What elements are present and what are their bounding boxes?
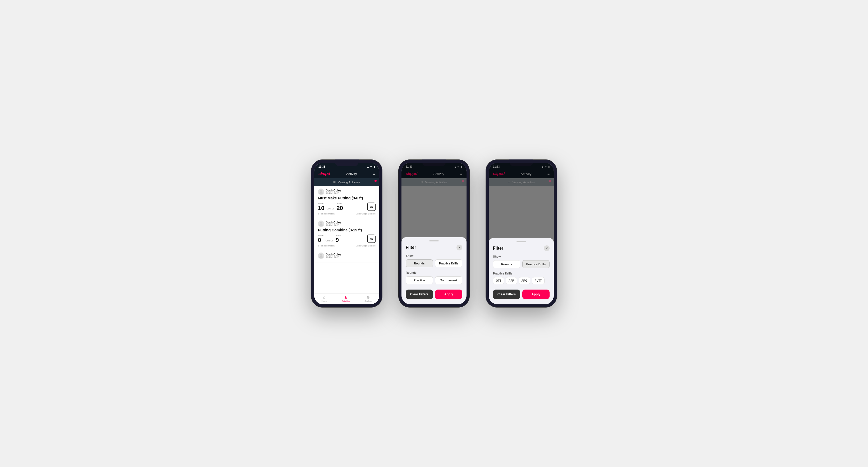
score-col-2: Score 0 (318, 234, 323, 243)
signal-icon-1: ▲ (367, 165, 369, 168)
quality-value-2: 45 (370, 237, 373, 240)
putt-btn-3[interactable]: PUTT (532, 277, 545, 284)
score-value-1: 10 (318, 205, 324, 211)
stats-row-1: Score 10 OUT OF Shots 20 75 (318, 202, 376, 211)
avatar-2 (318, 221, 324, 227)
activity-card-2[interactable]: Josh Coles 28 Feb 2023 ··· Putting Combi… (314, 218, 379, 250)
app-header-1: clippd Activity ≡ (314, 169, 379, 178)
clear-filters-btn-3[interactable]: Clear Filters (493, 289, 520, 299)
card-footer-1: ℹ Test Information Data: Clippd Capture (318, 213, 376, 215)
svg-point-1 (320, 222, 322, 224)
info-icon-1: ℹ (318, 213, 319, 215)
viewing-bar-icon-1: ⊞ (333, 180, 336, 184)
data-source-1: Data: Clippd Capture (356, 213, 376, 215)
phone-1: 11:33 ▲ ᯤ ▮ clippd Activity ≡ ⊞ Viewing … (311, 159, 382, 308)
activities-icon-1: ♟ (344, 295, 347, 299)
nav-activities-1[interactable]: ♟ Activities (342, 295, 350, 302)
filter-overlay-2: Filter ✕ Show Rounds Practice Drills Rou… (401, 163, 467, 304)
rounds-btn-group-2: Practice Tournament (406, 276, 462, 284)
phone-2: 11:33 ▲ ᯤ ▮ clippd Activity ≡ ⊞ Viewing … (398, 159, 470, 308)
info-text-1: ℹ Test Information (318, 213, 335, 215)
score-label-1: Score (318, 202, 324, 205)
shots-value-2: 9 (336, 237, 339, 243)
rounds-section-label-2: Rounds (406, 271, 462, 274)
menu-icon-1[interactable]: ≡ (373, 172, 375, 176)
activity-card-3[interactable]: Josh Coles 28 Feb 2023 ··· (314, 250, 379, 263)
filter-title-2: Filter (406, 245, 416, 250)
card-header-3: Josh Coles 28 Feb 2023 ··· (318, 253, 376, 259)
user-name-1: Josh Coles (326, 189, 341, 192)
card-header-1: Josh Coles 28 Feb 2023 ··· (318, 189, 376, 195)
viewing-bar-text-1: Viewing Activities (338, 181, 360, 184)
activities-label-1: Activities (342, 300, 350, 302)
filter-actions-3: Clear Filters Apply (493, 289, 550, 299)
drills-section-label-3: Practice Drills (493, 272, 550, 275)
shots-label-2: Shots (336, 234, 341, 237)
show-btn-group-2: Rounds Practice Drills (406, 259, 462, 267)
filter-sheet-3: Filter ✕ Show Rounds Practice Drills Pra… (489, 238, 554, 304)
close-filter-3[interactable]: ✕ (544, 245, 550, 251)
nav-home-1[interactable]: ⌂ Home (321, 295, 327, 302)
scene: 11:33 ▲ ᯤ ▮ clippd Activity ≡ ⊞ Viewing … (295, 144, 573, 323)
score-col-1: Score 10 (318, 202, 324, 211)
filter-actions-2: Clear Filters Apply (406, 289, 462, 299)
stats-row-2: Score 0 OUT OF Shots 9 45 (318, 234, 376, 243)
drill-btn-group-3: OTT APP ARG PUTT (493, 277, 550, 284)
capture-label-1: Capture (365, 300, 372, 302)
score-value-2: 0 (318, 237, 321, 243)
battery-icon-1: ▮ (374, 165, 375, 168)
close-filter-2[interactable]: ✕ (457, 245, 462, 250)
content-1: Josh Coles 28 Feb 2023 ··· Must Make Put… (314, 186, 379, 293)
out-of-1: OUT OF (327, 208, 334, 210)
activity-card-1[interactable]: Josh Coles 28 Feb 2023 ··· Must Make Put… (314, 186, 379, 218)
practice-drills-btn-2[interactable]: Practice Drills (435, 259, 462, 267)
notch-1 (335, 159, 359, 166)
clear-filters-btn-2[interactable]: Clear Filters (406, 289, 433, 299)
user-details-2: Josh Coles 28 Feb 2023 (326, 221, 341, 227)
notification-dot-1 (374, 180, 377, 182)
status-icons-1: ▲ ᯤ ▮ (367, 165, 375, 168)
shots-col-2: Shots 9 (336, 234, 341, 243)
home-label-1: Home (321, 300, 327, 302)
wifi-icon-1: ᯤ (370, 165, 373, 168)
card-title-1: Must Make Putting (3-6 ft) (318, 196, 376, 200)
show-label-3: Show (493, 255, 550, 258)
score-label-2: Score (318, 234, 323, 237)
data-source-2: Data: Clippd Capture (356, 245, 376, 247)
card-title-2: Putting Combine (3-15 ft) (318, 228, 376, 232)
user-details-3: Josh Coles 28 Feb 2023 (326, 253, 341, 259)
more-options-3[interactable]: ··· (372, 254, 376, 257)
quality-value-1: 75 (370, 205, 373, 208)
tournament-round-btn-2[interactable]: Tournament (435, 276, 462, 284)
more-options-1[interactable]: ··· (372, 190, 376, 193)
user-details-1: Josh Coles 28 Feb 2023 (326, 189, 341, 195)
ott-btn-3[interactable]: OTT (493, 277, 504, 284)
avatar-3 (318, 253, 324, 259)
out-of-2: OUT OF (326, 240, 334, 242)
svg-point-2 (320, 254, 322, 256)
apply-btn-2[interactable]: Apply (435, 289, 462, 299)
arg-btn-3[interactable]: ARG (519, 277, 530, 284)
bottom-nav-1: ⌂ Home ♟ Activities ⊕ Capture (314, 293, 379, 304)
more-options-2[interactable]: ··· (372, 222, 376, 225)
phone-inner-3: 11:33 ▲ ᯤ ▮ clippd Activity ≡ ⊞ Viewing … (489, 163, 554, 304)
filter-sheet-2: Filter ✕ Show Rounds Practice Drills Rou… (401, 237, 467, 304)
practice-round-btn-2[interactable]: Practice (406, 276, 433, 284)
quality-badge-2: 45 (367, 235, 376, 243)
info-text-2: ℹ Test Information (318, 245, 335, 247)
show-btn-group-3: Rounds Practice Drills (493, 260, 550, 268)
rounds-btn-2[interactable]: Rounds (406, 259, 433, 267)
home-icon-1: ⌂ (323, 295, 325, 299)
drag-handle-3 (517, 241, 526, 242)
practice-drills-btn-3[interactable]: Practice Drills (522, 260, 550, 268)
header-title-1: Activity (346, 172, 357, 176)
viewing-bar-1[interactable]: ⊞ Viewing Activities (314, 178, 379, 186)
nav-capture-1[interactable]: ⊕ Capture (365, 295, 372, 302)
app-btn-3[interactable]: APP (506, 277, 517, 284)
user-name-3: Josh Coles (326, 253, 341, 256)
rounds-btn-3[interactable]: Rounds (493, 260, 520, 268)
avatar-1 (318, 189, 324, 195)
user-date-3: 28 Feb 2023 (326, 256, 341, 259)
apply-btn-3[interactable]: Apply (522, 289, 550, 299)
svg-point-0 (320, 190, 322, 192)
